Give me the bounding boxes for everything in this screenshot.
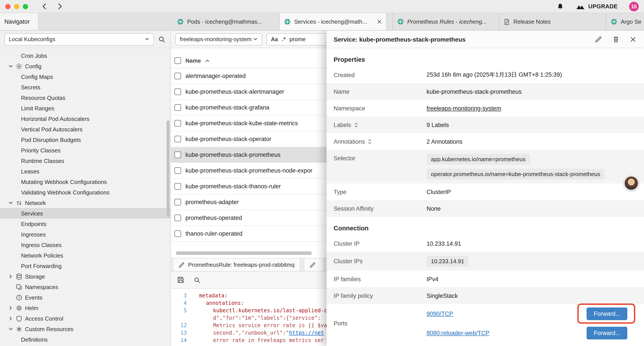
editor-line[interactable]: 4annotations:	[171, 300, 338, 307]
editor-search-button[interactable]	[193, 276, 201, 284]
notifications-button[interactable]	[556, 2, 565, 11]
navigator-tab[interactable]: Navigator	[0, 13, 38, 30]
minimize-window-button[interactable]	[14, 4, 19, 9]
sort-asc-icon[interactable]	[206, 59, 210, 62]
forward-button[interactable]: Forward...	[586, 307, 627, 320]
tree-item-leases[interactable]: Leases	[0, 166, 170, 177]
row-checkbox[interactable]	[174, 136, 181, 142]
table-row-kube-prometheus-stack-alertmanager[interactable]: kube-prometheus-stack-alertmanager	[171, 84, 338, 100]
tab-release-notes[interactable]: Release Notes	[499, 13, 606, 30]
table-row-alertmanager-operated[interactable]: alertmanager-operated	[171, 68, 338, 84]
table-row-prometheus-operated[interactable]: prometheus-operated	[171, 210, 338, 226]
sidebar-scrollbar[interactable]	[166, 120, 170, 217]
port-link[interactable]: 9090/TCP	[426, 310, 453, 317]
row-checkbox[interactable]	[174, 120, 181, 127]
tab-argo-se[interactable]: Argo Se	[606, 13, 644, 30]
yaml-editor[interactable]: 3metadata:4annotations:5kubectl.kubernet…	[171, 289, 338, 346]
row-checkbox[interactable]	[174, 183, 181, 190]
horizontal-scrollbar[interactable]	[171, 251, 338, 255]
row-checkbox[interactable]	[174, 88, 181, 95]
tree-item-vertical-pod-autoscalers[interactable]: Vertical Pod Autoscalers	[0, 124, 170, 134]
namespace-select[interactable]: freeleaps-monitoring-system	[175, 33, 262, 45]
row-checkbox[interactable]	[174, 199, 181, 205]
dock-tab-partial[interactable]	[304, 258, 324, 271]
tree-item-helm[interactable]: Helm	[0, 303, 170, 313]
tree-item-limit-ranges[interactable]: Limit Ranges	[0, 103, 170, 113]
unfold-icon[interactable]	[368, 139, 372, 144]
tree-item-resource-quotas[interactable]: Resource Quotas	[0, 92, 170, 103]
tree-item-custom-resources[interactable]: Custom Resources	[0, 324, 170, 334]
avatar[interactable]	[624, 176, 638, 190]
tree-item-validating-webhook-configurations[interactable]: Validating Webhook Configurations	[0, 187, 170, 198]
row-checkbox[interactable]	[174, 167, 181, 174]
kubeconfig-select[interactable]: Local Kubeconfigs	[4, 33, 154, 45]
editor-line[interactable]: 14error rate in freeleaps metrics ser	[171, 337, 338, 344]
delete-resource-button[interactable]	[612, 35, 620, 43]
tree-item-horizontal-pod-autoscalers[interactable]: Horizontal Pod Autoscalers	[0, 113, 170, 124]
select-all-checkbox[interactable]	[174, 57, 181, 64]
tree-item-storage[interactable]: Storage	[0, 271, 170, 282]
table-row-kube-prometheus-stack-kube-state-metrics[interactable]: kube-prometheus-stack-kube-state-metrics	[171, 116, 338, 131]
table-row-kube-prometheus-stack-operator[interactable]: kube-prometheus-stack-operator	[171, 131, 338, 147]
tree-item-port-forwarding[interactable]: Port Forwarding	[0, 261, 170, 271]
editor-line[interactable]: 13second.","runbook_url":"https://net	[171, 329, 338, 337]
forward-button[interactable]	[55, 2, 64, 11]
row-checkbox[interactable]	[174, 152, 181, 158]
tree-item-namespaces[interactable]: Namespaces	[0, 282, 170, 292]
editor-line[interactable]: 5kubectl.kubernetes.io/last-applied-co	[171, 307, 338, 315]
notification-badge[interactable]: 15	[629, 1, 639, 11]
table-row-prometheus-adapter[interactable]: prometheus-adapter	[171, 194, 338, 210]
row-checkbox[interactable]	[174, 104, 181, 111]
close-window-button[interactable]	[5, 4, 10, 9]
tab-close-icon[interactable]	[377, 19, 382, 24]
search-box[interactable]: Aa .* prome	[266, 33, 333, 45]
row-checkbox[interactable]	[174, 215, 181, 221]
tree-item-secrets[interactable]: Secrets	[0, 82, 170, 92]
row-checkbox[interactable]	[174, 73, 181, 79]
tree-item-ingress-classes[interactable]: Ingress Classes	[0, 240, 170, 250]
tree-item-mutating-webhook-configurations[interactable]: Mutating Webhook Configurations	[0, 177, 170, 187]
tree-item-network[interactable]: Network	[0, 198, 170, 208]
tree-item-access-control[interactable]: Access Control	[0, 313, 170, 324]
sidebar-search-button[interactable]	[158, 35, 166, 43]
zoom-window-button[interactable]	[23, 4, 28, 9]
table-row-kube-prometheus-stack-prometheus[interactable]: kube-prometheus-stack-prometheus	[171, 147, 338, 163]
tree-item-network-policies[interactable]: Network Policies	[0, 250, 170, 261]
dock-tab-prometheusrule[interactable]: PrometheusRule: freeleaps-prod-rabbitmq	[173, 258, 300, 271]
search-query[interactable]: prome	[290, 36, 306, 42]
tab-services-icecheng-math[interactable]: Services - icecheng@math...	[280, 13, 387, 30]
tree-item-config-maps[interactable]: Config Maps	[0, 71, 170, 82]
tree-item-definitions[interactable]: Definitions	[0, 334, 170, 345]
editor-line[interactable]: 12Metrics service error rate is {{ $va	[171, 322, 338, 329]
tree-item-ingresses[interactable]: Ingresses	[0, 229, 170, 240]
tree-item-runtime-classes[interactable]: Runtime Classes	[0, 155, 170, 166]
tab-prometheus-rules-icecheng[interactable]: Prometheus Rules - icecheng...	[392, 13, 499, 30]
row-checkbox[interactable]	[174, 230, 181, 237]
close-drawer-button[interactable]	[629, 35, 637, 43]
row-link[interactable]: freeleaps-monitoring-system	[426, 105, 637, 111]
table-row-kube-prometheus-stack-thanos-ruler[interactable]: kube-prometheus-stack-thanos-ruler	[171, 179, 338, 194]
save-button[interactable]	[176, 276, 185, 284]
editor-line[interactable]: 3metadata:	[171, 292, 338, 300]
forward-button[interactable]: Forward...	[586, 327, 627, 339]
tree-item-pod-disruption-budgets[interactable]: Pod Disruption Budgets	[0, 134, 170, 145]
regex-toggle[interactable]: .*	[282, 36, 286, 42]
tab-pods-icecheng-mathmas[interactable]: Pods - icecheng@mathmas...	[173, 13, 280, 30]
back-button[interactable]	[40, 2, 49, 11]
editor-line[interactable]: d","for":"1m","labels":{"service":	[171, 315, 338, 322]
table-row-kube-prometheus-stack-prometheus-node-ex[interactable]: kube-prometheus-stack-prometheus-node-ex…	[171, 163, 338, 179]
table-row-kube-prometheus-stack-grafana[interactable]: kube-prometheus-stack-grafana	[171, 100, 338, 116]
tree-item-config[interactable]: Config	[0, 61, 170, 71]
port-link[interactable]: 8080:reloader-web/TCP	[426, 330, 490, 336]
tree-item-endpoints[interactable]: Endpoints	[0, 219, 170, 229]
edit-resource-button[interactable]	[594, 35, 603, 43]
table-row-thanos-ruler-operated[interactable]: thanos-ruler-operated	[171, 226, 338, 242]
match-case-toggle[interactable]: Aa	[271, 36, 278, 42]
tree-item-cron-jobs[interactable]: Cron Jobs	[0, 50, 170, 61]
tree-item-events[interactable]: Events	[0, 292, 170, 303]
scrollbar-thumb[interactable]	[176, 251, 312, 255]
upgrade-button[interactable]: UPGRADE	[575, 2, 618, 10]
tree-item-priority-classes[interactable]: Priority Classes	[0, 145, 170, 155]
unfold-icon[interactable]	[354, 122, 358, 128]
tree-item-services[interactable]: Services	[0, 208, 170, 219]
